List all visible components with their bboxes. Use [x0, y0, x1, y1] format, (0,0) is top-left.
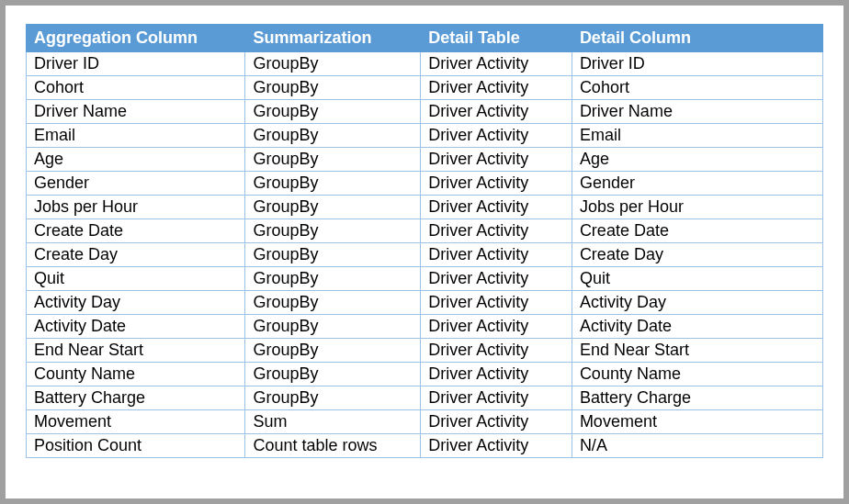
cell-summarization: GroupBy [245, 52, 421, 76]
cell-aggregation-column: Driver Name [27, 100, 245, 124]
table-row: Activity DayGroupByDriver ActivityActivi… [27, 291, 823, 315]
cell-detail-column: County Name [572, 363, 822, 386]
header-summarization: Summarization [245, 25, 421, 52]
cell-summarization: GroupBy [245, 172, 421, 196]
cell-detail-table: Driver Activity [421, 52, 572, 76]
cell-detail-column: Create Date [572, 219, 822, 243]
table-row: MovementSumDriver ActivityMovement [27, 410, 823, 434]
cell-aggregation-column: Movement [27, 410, 245, 434]
cell-aggregation-column: Jobs per Hour [27, 196, 245, 219]
table-header-row: Aggregation Column Summarization Detail … [27, 25, 823, 52]
header-aggregation-column: Aggregation Column [27, 25, 245, 52]
cell-summarization: GroupBy [245, 267, 421, 291]
table-row: Driver NameGroupByDriver ActivityDriver … [27, 100, 823, 124]
cell-detail-table: Driver Activity [421, 434, 572, 458]
cell-detail-column: Quit [572, 267, 822, 291]
cell-detail-column: Activity Day [572, 291, 822, 315]
cell-detail-column: Movement [572, 410, 822, 434]
cell-summarization: GroupBy [245, 148, 421, 172]
cell-aggregation-column: Activity Day [27, 291, 245, 315]
cell-aggregation-column: County Name [27, 363, 245, 386]
cell-detail-table: Driver Activity [421, 243, 572, 267]
table-row: EmailGroupByDriver ActivityEmail [27, 124, 823, 148]
cell-summarization: Sum [245, 410, 421, 434]
cell-summarization: GroupBy [245, 339, 421, 363]
table-row: Battery ChargeGroupByDriver ActivityBatt… [27, 386, 823, 410]
cell-detail-column: Email [572, 124, 822, 148]
cell-summarization: GroupBy [245, 76, 421, 100]
cell-detail-table: Driver Activity [421, 315, 572, 339]
page-container: Aggregation Column Summarization Detail … [6, 6, 843, 498]
table-row: End Near StartGroupByDriver ActivityEnd … [27, 339, 823, 363]
table-row: Position CountCount table rowsDriver Act… [27, 434, 823, 458]
cell-detail-column: End Near Start [572, 339, 822, 363]
cell-detail-column: Jobs per Hour [572, 196, 822, 219]
cell-aggregation-column: Gender [27, 172, 245, 196]
cell-detail-table: Driver Activity [421, 100, 572, 124]
cell-detail-column: Cohort [572, 76, 822, 100]
table-row: Driver IDGroupByDriver ActivityDriver ID [27, 52, 823, 76]
table-row: County NameGroupByDriver ActivityCounty … [27, 363, 823, 386]
table-row: CohortGroupByDriver ActivityCohort [27, 76, 823, 100]
cell-summarization: GroupBy [245, 363, 421, 386]
cell-aggregation-column: End Near Start [27, 339, 245, 363]
cell-aggregation-column: Position Count [27, 434, 245, 458]
aggregation-mapping-table: Aggregation Column Summarization Detail … [26, 24, 823, 458]
cell-aggregation-column: Cohort [27, 76, 245, 100]
cell-aggregation-column: Create Date [27, 219, 245, 243]
cell-aggregation-column: Battery Charge [27, 386, 245, 410]
header-detail-column: Detail Column [572, 25, 822, 52]
cell-aggregation-column: Driver ID [27, 52, 245, 76]
cell-aggregation-column: Age [27, 148, 245, 172]
cell-summarization: GroupBy [245, 124, 421, 148]
cell-detail-column: Create Day [572, 243, 822, 267]
cell-detail-table: Driver Activity [421, 76, 572, 100]
table-row: Activity DateGroupByDriver ActivityActiv… [27, 315, 823, 339]
cell-detail-column: Activity Date [572, 315, 822, 339]
cell-summarization: GroupBy [245, 100, 421, 124]
cell-detail-column: Battery Charge [572, 386, 822, 410]
table-row: Jobs per HourGroupByDriver ActivityJobs … [27, 196, 823, 219]
cell-detail-table: Driver Activity [421, 219, 572, 243]
cell-detail-table: Driver Activity [421, 339, 572, 363]
cell-summarization: GroupBy [245, 386, 421, 410]
cell-detail-table: Driver Activity [421, 363, 572, 386]
cell-detail-table: Driver Activity [421, 172, 572, 196]
cell-aggregation-column: Activity Date [27, 315, 245, 339]
cell-summarization: GroupBy [245, 291, 421, 315]
cell-detail-table: Driver Activity [421, 410, 572, 434]
header-detail-table: Detail Table [421, 25, 572, 52]
cell-aggregation-column: Quit [27, 267, 245, 291]
cell-detail-column: Driver ID [572, 52, 822, 76]
table-row: AgeGroupByDriver ActivityAge [27, 148, 823, 172]
cell-detail-column: N/A [572, 434, 822, 458]
cell-detail-column: Age [572, 148, 822, 172]
cell-detail-table: Driver Activity [421, 386, 572, 410]
table-row: GenderGroupByDriver ActivityGender [27, 172, 823, 196]
cell-detail-table: Driver Activity [421, 196, 572, 219]
table-row: Create DayGroupByDriver ActivityCreate D… [27, 243, 823, 267]
cell-aggregation-column: Create Day [27, 243, 245, 267]
cell-summarization: Count table rows [245, 434, 421, 458]
cell-detail-table: Driver Activity [421, 148, 572, 172]
table-row: Create DateGroupByDriver ActivityCreate … [27, 219, 823, 243]
cell-aggregation-column: Email [27, 124, 245, 148]
cell-detail-table: Driver Activity [421, 124, 572, 148]
cell-detail-table: Driver Activity [421, 291, 572, 315]
cell-summarization: GroupBy [245, 243, 421, 267]
cell-summarization: GroupBy [245, 219, 421, 243]
table-row: QuitGroupByDriver ActivityQuit [27, 267, 823, 291]
cell-summarization: GroupBy [245, 196, 421, 219]
cell-detail-column: Gender [572, 172, 822, 196]
cell-summarization: GroupBy [245, 315, 421, 339]
cell-detail-table: Driver Activity [421, 267, 572, 291]
cell-detail-column: Driver Name [572, 100, 822, 124]
